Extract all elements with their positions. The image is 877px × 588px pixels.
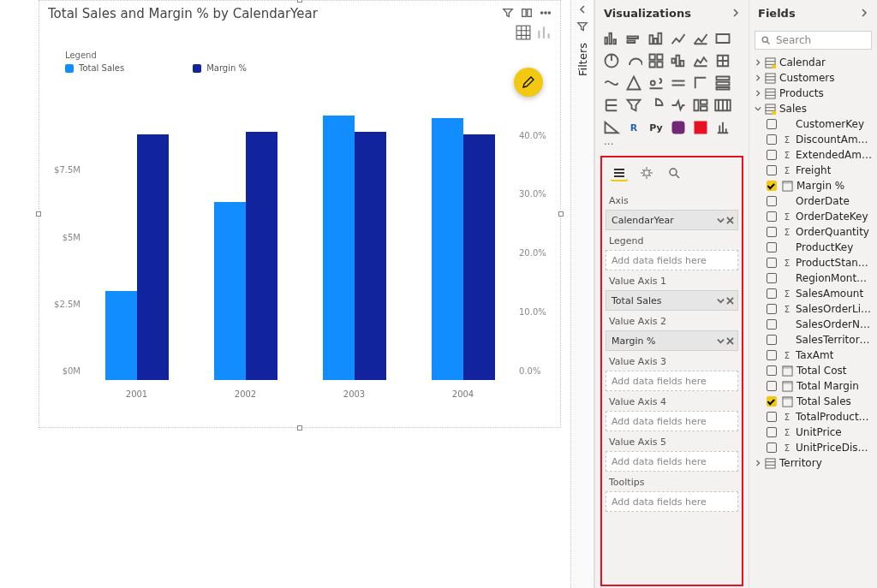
- field-row[interactable]: Total Cost: [753, 363, 874, 378]
- chevron-right-icon[interactable]: [731, 9, 740, 17]
- viz-type-icon[interactable]: R: [624, 118, 643, 137]
- checkbox[interactable]: [767, 242, 777, 252]
- resize-handle-right[interactable]: [558, 211, 564, 217]
- drill-icon[interactable]: [536, 25, 552, 40]
- bar[interactable]: [137, 134, 169, 380]
- viz-type-icon[interactable]: [602, 74, 621, 92]
- chart-visual[interactable]: Total Sales and Margin % by CalendarYear…: [39, 0, 561, 428]
- data-table-icon[interactable]: [516, 25, 531, 40]
- more-visuals-icon[interactable]: ···: [595, 139, 749, 154]
- checkbox[interactable]: [767, 227, 777, 237]
- viz-type-icon[interactable]: [624, 29, 643, 48]
- field-row[interactable]: ΣOrderQuantity: [753, 224, 874, 240]
- checkbox[interactable]: [767, 396, 777, 407]
- viz-type-icon[interactable]: [647, 29, 665, 48]
- viz-type-icon[interactable]: [624, 74, 643, 92]
- bar[interactable]: [105, 291, 137, 380]
- viz-type-icon[interactable]: [624, 51, 643, 70]
- viz-type-icon[interactable]: [713, 96, 732, 115]
- field-drop-target[interactable]: Add data fields here: [606, 451, 738, 472]
- resize-handle-left[interactable]: [36, 211, 41, 217]
- viz-type-icon[interactable]: [647, 74, 665, 92]
- more-icon[interactable]: [540, 7, 552, 21]
- checkbox[interactable]: [767, 211, 777, 222]
- viz-type-icon[interactable]: [691, 29, 710, 48]
- field-row[interactable]: ProductKey: [753, 240, 874, 255]
- search-input[interactable]: Search: [755, 31, 872, 50]
- table-row[interactable]: Territory: [753, 455, 874, 471]
- viz-type-icon[interactable]: [691, 118, 710, 137]
- resize-handle-top[interactable]: [297, 0, 302, 3]
- field-row[interactable]: SalesOrderNu...: [753, 317, 874, 332]
- legend-item[interactable]: Margin %: [193, 63, 247, 73]
- field-row[interactable]: Total Margin: [753, 378, 874, 394]
- viz-type-icon[interactable]: [602, 96, 621, 115]
- checkbox[interactable]: [767, 119, 777, 129]
- checkbox[interactable]: [767, 381, 777, 391]
- bar[interactable]: [432, 118, 463, 380]
- field-drop-target[interactable]: Add data fields here: [606, 411, 738, 431]
- checkbox[interactable]: [767, 350, 777, 360]
- checkbox[interactable]: [767, 335, 777, 345]
- field-row[interactable]: Total Sales: [753, 394, 874, 409]
- viz-type-icon[interactable]: [669, 29, 688, 48]
- viz-type-icon[interactable]: [647, 51, 665, 70]
- field-row[interactable]: SalesTerritory...: [753, 332, 874, 347]
- checkbox[interactable]: [767, 165, 777, 175]
- chevron-right-icon[interactable]: [860, 9, 868, 17]
- field-drop-target[interactable]: Add data fields here: [606, 371, 738, 391]
- filter-icon[interactable]: [502, 7, 514, 21]
- resize-handle-bottom[interactable]: [297, 425, 302, 431]
- field-pill[interactable]: Margin %: [606, 330, 738, 351]
- field-row[interactable]: ΣUnitPrice: [753, 425, 874, 440]
- field-row[interactable]: ΣSalesOrderLin...: [753, 301, 874, 317]
- viz-type-icon[interactable]: [691, 96, 710, 115]
- viz-type-icon[interactable]: [713, 29, 732, 48]
- field-pill[interactable]: Total Sales: [606, 290, 738, 311]
- viz-type-icon[interactable]: [713, 51, 732, 70]
- field-row[interactable]: ΣTotalProductC...: [753, 409, 874, 425]
- viz-type-icon[interactable]: [647, 96, 665, 115]
- viz-type-icon[interactable]: [624, 96, 643, 115]
- bar[interactable]: [323, 116, 355, 380]
- field-drop-target[interactable]: Add data fields here: [606, 491, 738, 512]
- checkbox[interactable]: [767, 181, 777, 191]
- viz-type-icon[interactable]: [669, 118, 688, 137]
- viz-type-icon[interactable]: [669, 51, 688, 70]
- field-pill[interactable]: CalendarYear: [606, 210, 738, 230]
- checkbox[interactable]: [767, 134, 777, 145]
- tab-analytics[interactable]: [665, 164, 683, 181]
- viz-type-icon[interactable]: [669, 96, 688, 115]
- checkbox[interactable]: [767, 427, 777, 437]
- viz-type-icon[interactable]: [713, 74, 732, 92]
- field-row[interactable]: ΣOrderDateKey: [753, 209, 874, 224]
- field-row[interactable]: ΣDiscountAmo...: [753, 132, 874, 147]
- field-row[interactable]: RegionMonthID: [753, 270, 874, 286]
- chevron-left-icon[interactable]: [578, 5, 587, 14]
- checkbox[interactable]: [767, 258, 777, 268]
- field-row[interactable]: OrderDate: [753, 193, 874, 209]
- viz-type-icon[interactable]: [669, 74, 688, 92]
- table-row[interactable]: Sales: [753, 101, 874, 116]
- checkbox[interactable]: [767, 288, 777, 299]
- table-row[interactable]: Products: [753, 86, 874, 101]
- filters-pane-collapsed[interactable]: Filters: [570, 0, 594, 588]
- viz-type-icon[interactable]: [691, 74, 710, 92]
- field-row[interactable]: ΣTaxAmt: [753, 347, 874, 363]
- field-row[interactable]: ΣProductStand...: [753, 255, 874, 270]
- field-drop-target[interactable]: Add data fields here: [606, 250, 738, 270]
- viz-type-icon[interactable]: [713, 118, 732, 137]
- field-row[interactable]: ΣUnitPriceDisc...: [753, 440, 874, 455]
- field-row[interactable]: ΣSalesAmount: [753, 286, 874, 301]
- field-row[interactable]: ΣExtendedAmo...: [753, 147, 874, 163]
- checkbox[interactable]: [767, 319, 777, 330]
- table-row[interactable]: Calendar: [753, 55, 874, 70]
- checkbox[interactable]: [767, 442, 777, 453]
- annotate-button[interactable]: [514, 68, 543, 97]
- field-row[interactable]: ΣFreight: [753, 163, 874, 178]
- checkbox[interactable]: [767, 412, 777, 422]
- checkbox[interactable]: [767, 273, 777, 283]
- viz-type-icon[interactable]: [602, 29, 621, 48]
- checkbox[interactable]: [767, 150, 777, 160]
- report-canvas[interactable]: Total Sales and Margin % by CalendarYear…: [0, 0, 570, 588]
